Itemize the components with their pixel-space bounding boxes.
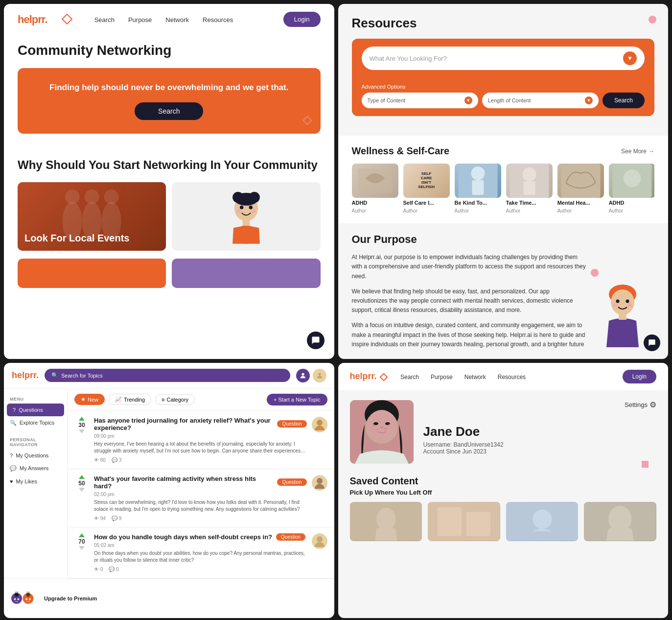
forum-user-icon-2[interactable] bbox=[313, 369, 326, 382]
see-more-link[interactable]: See More → bbox=[621, 148, 654, 155]
nav-network[interactable]: Network bbox=[165, 16, 189, 24]
event-card[interactable]: Look For Local Events bbox=[18, 182, 166, 251]
post-header-0: Has anyone tried journaling for anxiety … bbox=[94, 417, 307, 431]
svg-rect-22 bbox=[523, 181, 535, 195]
downvote-arrow-2[interactable] bbox=[79, 546, 85, 550]
filter-category-label: Category bbox=[166, 397, 188, 403]
post-title-1[interactable]: What's your favorite calming activity wh… bbox=[94, 475, 273, 490]
downvote-arrow-1[interactable] bbox=[79, 488, 85, 492]
profile-since: Account Since Jun 2023 bbox=[423, 448, 657, 455]
advanced-search-button[interactable]: Search bbox=[602, 93, 645, 108]
upvote-arrow-1[interactable] bbox=[79, 475, 85, 479]
svg-rect-15 bbox=[242, 219, 250, 226]
hero-search-button[interactable]: Search bbox=[135, 102, 203, 120]
svg-rect-32 bbox=[619, 313, 626, 320]
filter-category-button[interactable]: ≡ Category bbox=[155, 394, 195, 405]
svg-point-21 bbox=[522, 167, 536, 181]
svg-point-33 bbox=[301, 373, 304, 376]
svg-point-46 bbox=[26, 593, 30, 596]
nav-search[interactable]: Search bbox=[94, 16, 115, 24]
sidebar-item-explore[interactable]: 🔍 Explore Topics bbox=[4, 416, 67, 429]
wellness-card-1[interactable]: SELFCAREISN'TSELFISH Self Care I... Auth… bbox=[403, 164, 450, 214]
sidebar-item-my-questions[interactable]: ? My Questions bbox=[4, 449, 67, 462]
post-text-1: Stress can be overwhelming, right? I'd l… bbox=[94, 499, 307, 513]
profile-login-button[interactable]: Login bbox=[623, 370, 656, 383]
start-topic-button[interactable]: + Start a New Topic bbox=[267, 394, 327, 405]
type-dropdown-icon: ▼ bbox=[464, 96, 472, 104]
explore-icon: 🔍 bbox=[10, 420, 17, 426]
sidebar-item-questions[interactable]: ? Questions bbox=[7, 404, 64, 416]
wellness-card-3[interactable]: Take Time... Author bbox=[506, 164, 553, 214]
upvote-arrow-0[interactable] bbox=[79, 417, 85, 421]
my-likes-label: My Likes bbox=[16, 478, 37, 484]
saved-card-1[interactable] bbox=[428, 502, 500, 541]
settings-button[interactable]: Settings ⚙ bbox=[625, 400, 656, 409]
wellness-card-author-0: Author bbox=[352, 208, 398, 214]
questions-icon: ? bbox=[13, 407, 16, 413]
hero-card: Finding help should never be overwhelmin… bbox=[18, 68, 321, 134]
post-avatar-1 bbox=[312, 475, 327, 491]
svg-point-34 bbox=[318, 373, 321, 376]
svg-rect-66 bbox=[438, 507, 462, 536]
sidebar-item-my-likes[interactable]: ♥ My Likes bbox=[4, 475, 67, 488]
svg-line-42 bbox=[15, 592, 16, 593]
post-header-2: How do you handle tough days when self-d… bbox=[94, 533, 307, 541]
downvote-arrow-0[interactable] bbox=[79, 429, 85, 433]
saved-card-0[interactable] bbox=[350, 502, 422, 541]
vote-count-1: 50 bbox=[78, 480, 85, 487]
views-icon-0: 👁 80 bbox=[94, 457, 106, 463]
forum-navbar: helprr. 🔍 Search for Topics bbox=[4, 363, 334, 389]
post-content-2: How do you handle tough days when self-d… bbox=[94, 533, 307, 572]
filter-trending-button[interactable]: 📈 Trending bbox=[109, 394, 151, 405]
purpose-character-svg bbox=[596, 274, 649, 347]
upgrade-button[interactable]: Upgrade to Premium bbox=[44, 596, 97, 601]
forum-user-icon-1[interactable] bbox=[296, 369, 310, 382]
wellness-card-author-4: Author bbox=[557, 208, 604, 214]
post-title-0[interactable]: Has anyone tried journaling for anxiety … bbox=[94, 417, 273, 431]
upvote-arrow-2[interactable] bbox=[79, 533, 85, 537]
wellness-card-2[interactable]: Be Kind To... Author bbox=[455, 164, 501, 214]
svg-rect-19 bbox=[472, 180, 484, 195]
wellness-card-0[interactable]: ADHD Author bbox=[352, 164, 398, 214]
svg-line-44 bbox=[18, 592, 18, 593]
resources-search-input[interactable]: What Are You Looking For? ▼ bbox=[362, 47, 645, 70]
sidebar-item-my-answers[interactable]: 💬 My Answers bbox=[4, 462, 67, 475]
wellness-card-img-1: SELFCAREISN'TSELFISH bbox=[403, 164, 450, 198]
nav-resources[interactable]: Resources bbox=[203, 16, 233, 24]
svg-point-47 bbox=[25, 598, 27, 600]
saved-card-3[interactable] bbox=[584, 502, 656, 541]
chat-bubble[interactable] bbox=[307, 332, 324, 349]
forum-search-bar[interactable]: 🔍 Search for Topics bbox=[45, 369, 290, 382]
type-of-content-select[interactable]: Type of Content ▼ bbox=[362, 93, 478, 108]
pink-decoration-tr bbox=[649, 16, 656, 24]
wellness-card-title-2: Be Kind To... bbox=[455, 200, 501, 206]
my-questions-icon: ? bbox=[10, 453, 13, 458]
wellness-card-5[interactable]: ADHD Author bbox=[609, 164, 654, 214]
svg-point-9 bbox=[234, 193, 258, 206]
svg-point-41 bbox=[18, 598, 20, 600]
purpose-p1: At Helprr.ai, our purpose is to empower … bbox=[352, 253, 586, 281]
trending-icon: 📈 bbox=[115, 396, 122, 403]
profile-nav-network[interactable]: Network bbox=[464, 374, 486, 381]
search-dropdown-button[interactable]: ▼ bbox=[623, 51, 637, 65]
arrow-right-icon: → bbox=[649, 148, 654, 155]
profile-photo bbox=[350, 400, 414, 464]
purpose-p3: With a focus on intuitive design, curate… bbox=[352, 321, 586, 349]
login-button[interactable]: Login bbox=[283, 12, 321, 27]
forum-post-1: 50 What's your favorite calming activity… bbox=[68, 469, 334, 527]
filter-new-button[interactable]: ★ New bbox=[74, 394, 105, 405]
profile-nav-search[interactable]: Search bbox=[400, 374, 419, 381]
profile-nav-purpose[interactable]: Purpose bbox=[431, 374, 453, 381]
saved-card-2[interactable] bbox=[506, 502, 579, 541]
chat-bubble-tr[interactable] bbox=[644, 334, 660, 351]
vote-count-2: 70 bbox=[78, 538, 85, 545]
post-badge-1: Question bbox=[277, 478, 306, 486]
post-title-2[interactable]: How do you handle tough days when self-d… bbox=[94, 533, 272, 541]
wellness-card-4[interactable]: Mental Hea... Author bbox=[557, 164, 604, 214]
profile-logo-container: helprr. bbox=[350, 371, 387, 382]
post-avatar-0 bbox=[312, 417, 327, 432]
length-of-content-select[interactable]: Length of Content ▼ bbox=[482, 93, 599, 108]
forum-footer: Upgrade to Premium bbox=[4, 578, 334, 618]
nav-purpose[interactable]: Purpose bbox=[128, 16, 152, 24]
profile-nav-resources[interactable]: Resources bbox=[498, 374, 526, 381]
